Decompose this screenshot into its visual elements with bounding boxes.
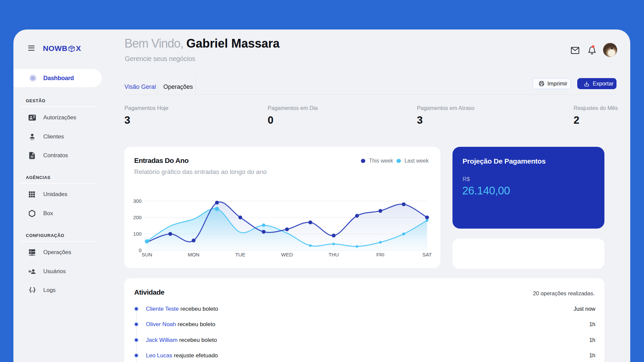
svg-text:0: 0 bbox=[139, 247, 142, 253]
svg-text:200: 200 bbox=[133, 215, 142, 220]
svg-text:THU: THU bbox=[328, 252, 339, 257]
svg-text:MON: MON bbox=[188, 252, 200, 257]
svg-text:300: 300 bbox=[133, 198, 142, 204]
svg-text:FRI: FRI bbox=[376, 252, 384, 257]
svg-text:SAT: SAT bbox=[422, 252, 432, 257]
svg-text:100: 100 bbox=[133, 231, 142, 237]
svg-text:SUN: SUN bbox=[142, 252, 152, 257]
svg-text:TUE: TUE bbox=[235, 252, 245, 257]
svg-text:WED: WED bbox=[281, 252, 293, 257]
